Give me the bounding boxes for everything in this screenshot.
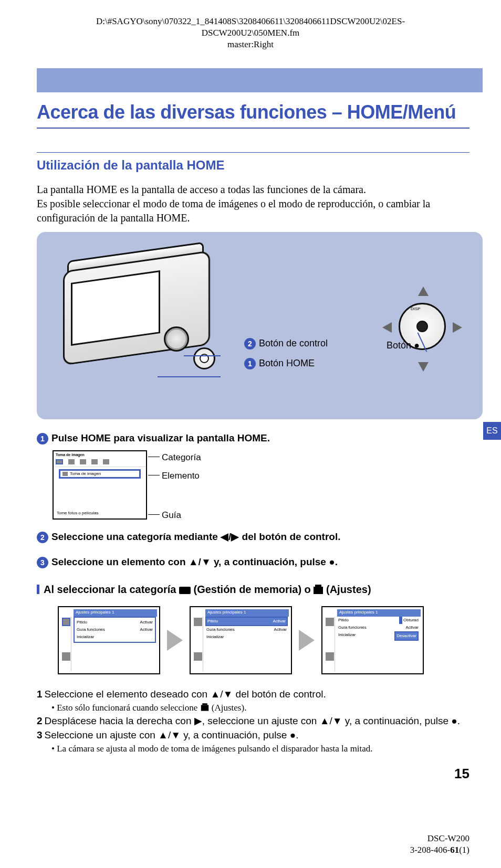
page-title: Acerca de las diversas funciones – HOME/…: [37, 100, 469, 129]
pad-disp-label: DISP: [411, 306, 421, 312]
footer-docnum: 3-208-406-61(1): [410, 844, 469, 856]
language-tab-es: ES: [483, 422, 501, 440]
callout-elemento: Elemento: [162, 470, 200, 482]
sub-steps-list: 1Seleccione el elemento deseado con ▲/▼ …: [37, 687, 475, 755]
label-center-button: Botón ●: [387, 339, 420, 352]
step-3: 3Seleccione un elemento con ▲/▼ y, a con…: [37, 555, 469, 569]
step-2: 2Seleccione una categoría mediante ◀/▶ d…: [37, 530, 469, 544]
intro-paragraph: La pantalla HOME es la pantalla de acces…: [37, 183, 469, 225]
substep-1: 1Seleccione el elemento deseado con ▲/▼ …: [37, 687, 475, 701]
settings-toolbox-icon: [314, 587, 323, 594]
bullet-1-icon: 1: [37, 433, 48, 444]
control-pad-illustration: DISP: [380, 284, 464, 374]
mock-element-row: Toma de imagen: [59, 469, 141, 479]
home-screen-mock: Toma de imagen Toma de imagen Tome fotos…: [53, 450, 147, 520]
substep-3-note: • La cámara se ajusta al modo de toma de…: [37, 743, 475, 755]
path-line-1: D:\#SAGYO\sony\070322_1_841408S\32084066…: [32, 16, 469, 27]
bullet-2-icon: 2: [244, 338, 256, 350]
source-path-header: D:\#SAGYO\sony\070322_1_841408S\32084066…: [32, 16, 469, 50]
settings-screen-3: Ajustes principales 1 PitidoObturad Guía…: [321, 606, 424, 674]
settings-screen-2: Ajustes principales 1 PitidoActivar Guía…: [190, 606, 292, 674]
mock-category-row: Toma de imagen: [54, 451, 146, 467]
step-1: 1Pulse HOME para visualizar la pantalla …: [37, 431, 469, 445]
bullet-1-icon: 1: [244, 358, 256, 369]
settings-screen-1: Ajustes principales 1 PitidoActivar Guía…: [58, 606, 160, 674]
path-line-3: master:Right: [32, 39, 469, 50]
title-bar: [37, 68, 483, 92]
callout-categoria: Categoría: [162, 452, 201, 464]
page-number: 15: [454, 765, 469, 783]
substep-1-note: • Esto sólo funcionará cuando seleccione…: [37, 702, 475, 714]
sub-section-heading: Al seleccionar la categoría (Gestión de …: [37, 583, 469, 597]
bullet-3-icon: 3: [37, 557, 48, 568]
mock-guide-row: Tome fotos o películas: [57, 511, 99, 516]
substep-3: 3Seleccione un ajuste con ▲/▼ y, a conti…: [37, 728, 475, 742]
path-line-2: DSCW200U2\050MEN.fm: [32, 27, 469, 39]
settings-toolbox-icon: [201, 705, 208, 711]
section-heading: Utilización de la pantalla HOME: [37, 152, 469, 174]
bullet-2-icon: 2: [37, 532, 48, 543]
label-home-button: 1Botón HOME: [244, 357, 315, 369]
callout-guia: Guía: [162, 510, 181, 522]
arrow-right-icon: [167, 630, 183, 651]
substep-2: 2Desplácese hacia la derecha con ▶, sele…: [37, 714, 475, 728]
camera-illustration: [53, 245, 231, 382]
camera-illustration-panel: 2Botón de control 1Botón HOME DISP Botón…: [37, 232, 483, 419]
memory-chip-icon: [179, 587, 191, 594]
arrow-right-icon: [299, 630, 315, 651]
footer-model: DSC-W200: [427, 833, 469, 845]
settings-screens-row: Ajustes principales 1 PitidoActivar Guía…: [58, 606, 480, 674]
label-control-button: 2Botón de control: [244, 337, 328, 350]
heading-tick-icon: [37, 585, 39, 594]
